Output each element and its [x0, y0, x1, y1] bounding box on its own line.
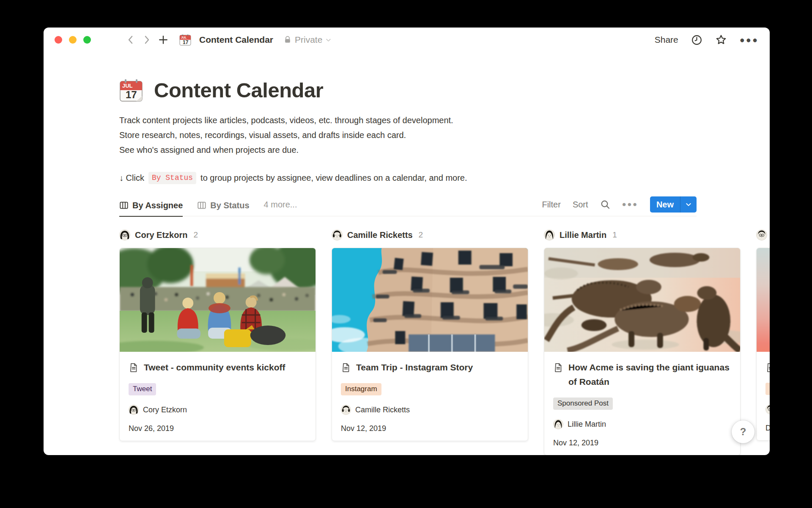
card-title: How Acme is saving the giant iguanas of … [568, 360, 731, 389]
view-options-icon[interactable]: ●●● [622, 200, 638, 209]
help-button[interactable]: ? [732, 420, 754, 443]
new-dropdown-button[interactable] [680, 196, 697, 213]
lock-icon [283, 36, 292, 44]
board-view-icon [197, 201, 206, 210]
assignee-avatar [129, 405, 139, 415]
card-title: Team Trip - Instagram Story [356, 360, 473, 375]
notion-window: JUL 17 Content Calendar Private Share ●●… [44, 28, 770, 455]
page-icon-calendar-emoji[interactable]: JUL 17 [119, 78, 143, 102]
card-tag: Instagram [341, 383, 381, 395]
card-date: D [765, 424, 770, 433]
back-icon[interactable] [126, 35, 136, 45]
chevron-down-icon [685, 201, 692, 208]
callout-line: ↓ Click By Status to group projects by a… [119, 172, 697, 184]
content-card[interactable]: How Acme is saving the giant iguanas of … [544, 248, 741, 455]
traffic-lights [55, 36, 91, 44]
column-name: Camille Ricketts [347, 230, 413, 240]
titlebar: JUL 17 Content Calendar Private Share ●●… [44, 28, 770, 52]
assignee-name: Cory Etzkorn [143, 406, 187, 414]
svg-text:17: 17 [183, 39, 189, 45]
card-tag: Tweet [129, 383, 156, 395]
content-card[interactable]: V D [756, 248, 770, 441]
more-views-button[interactable]: 4 more... [264, 200, 297, 216]
card-cover-image [120, 248, 315, 352]
column-header[interactable] [756, 229, 770, 241]
forward-icon[interactable] [142, 35, 152, 45]
view-bar: By Assignee By Status 4 more... Filter S… [119, 195, 697, 216]
assignee-name: Lillie Martin [568, 420, 606, 429]
card-cover-image [332, 248, 528, 352]
assignee-avatar [332, 229, 343, 240]
card-tag: V [765, 383, 770, 395]
favorite-star-icon[interactable] [715, 34, 727, 46]
card-date: Nov 12, 2019 [553, 439, 731, 447]
new-button[interactable]: New [650, 196, 680, 213]
card-cover-image [757, 248, 770, 352]
more-options-icon[interactable]: ●●● [740, 35, 759, 45]
card-tag: Sponsored Post [553, 398, 613, 410]
board-view: Cory Etzkorn 2 Tweet - community events … [44, 229, 770, 455]
close-window-button[interactable] [55, 36, 62, 44]
filter-button[interactable]: Filter [542, 200, 560, 210]
share-button[interactable]: Share [655, 35, 678, 45]
column-header[interactable]: Cory Etzkorn 2 [119, 229, 316, 241]
minimize-window-button[interactable] [69, 36, 77, 44]
board-view-icon [119, 201, 129, 210]
assignee-name: Camille Ricketts [355, 406, 410, 414]
zoom-window-button[interactable] [83, 36, 91, 44]
board-column: Cory Etzkorn 2 Tweet - community events … [119, 229, 316, 455]
card-date: Nov 12, 2019 [341, 424, 519, 433]
content-card[interactable]: Tweet - community events kickoff Tweet C… [119, 248, 316, 441]
document-icon [341, 360, 351, 375]
column-header[interactable]: Camille Ricketts 2 [332, 229, 528, 241]
board-column: Camille Ricketts 2 Team Trip - Instagram… [332, 229, 528, 455]
page-title: Content Calendar [154, 78, 323, 102]
description-line: See who's assigned and when projects are… [119, 143, 697, 157]
document-icon [553, 360, 563, 389]
privacy-control[interactable]: Private [283, 35, 332, 45]
svg-text:JUL: JUL [122, 83, 133, 89]
assignee-avatar [765, 404, 770, 414]
by-status-code-chip: By Status [148, 172, 196, 184]
document-icon [129, 360, 139, 375]
column-header[interactable]: Lillie Martin 1 [544, 229, 741, 241]
tab-label: By Assignee [132, 201, 183, 210]
column-name: Cory Etzkorn [135, 230, 187, 240]
callout-suffix: to group projects by assignee, view dead… [200, 173, 467, 183]
sidebar-toggle-icon[interactable] [104, 36, 115, 44]
assignee-avatar [553, 419, 563, 429]
search-icon[interactable] [600, 199, 610, 210]
assignee-avatar [341, 405, 351, 415]
board-column: Lillie Martin 1 How Acme is saving the g… [544, 229, 741, 455]
card-title: Tweet - community events kickoff [144, 360, 285, 375]
tab-by-status[interactable]: By Status [197, 201, 249, 217]
page-calendar-icon: JUL 17 [179, 33, 192, 46]
svg-text:17: 17 [126, 89, 137, 100]
new-page-icon[interactable] [158, 34, 169, 45]
privacy-label: Private [295, 35, 322, 45]
description-line: Track content projects like articles, po… [119, 113, 697, 128]
breadcrumb-page-title[interactable]: Content Calendar [199, 35, 273, 45]
svg-text:JUL: JUL [181, 36, 187, 39]
content-card[interactable]: Team Trip - Instagram Story Instagram Ca… [332, 248, 528, 441]
callout-prefix: ↓ Click [119, 173, 144, 183]
updates-clock-icon[interactable] [691, 34, 702, 46]
tab-label: By Status [210, 201, 249, 210]
sort-button[interactable]: Sort [573, 200, 588, 210]
description-line: Store research, notes, recordings, visua… [119, 128, 697, 143]
column-count: 2 [419, 230, 423, 240]
new-button-group: New [650, 196, 697, 213]
page-description: Track content projects like articles, po… [119, 113, 697, 157]
assignee-avatar [119, 229, 130, 240]
tab-by-assignee[interactable]: By Assignee [119, 201, 183, 217]
assignee-avatar [544, 229, 555, 240]
assignee-avatar [756, 229, 767, 240]
column-name: Lillie Martin [560, 230, 606, 240]
document-icon [765, 360, 770, 374]
column-count: 2 [193, 230, 198, 240]
column-count: 1 [612, 230, 617, 240]
card-cover-image [544, 248, 740, 352]
card-date: Nov 26, 2019 [129, 424, 307, 433]
chevron-down-icon [325, 37, 332, 43]
board-column: V D [756, 229, 770, 455]
